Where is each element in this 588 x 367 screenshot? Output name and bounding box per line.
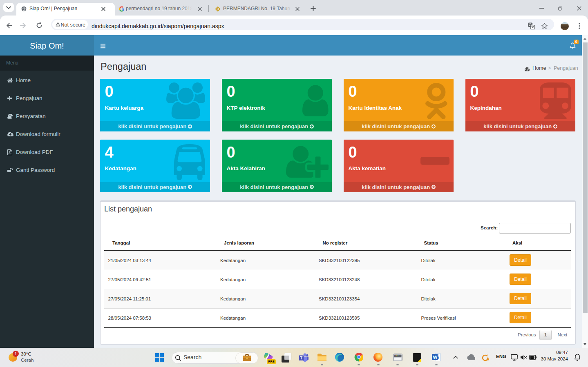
svg-text:W: W [433, 355, 437, 360]
